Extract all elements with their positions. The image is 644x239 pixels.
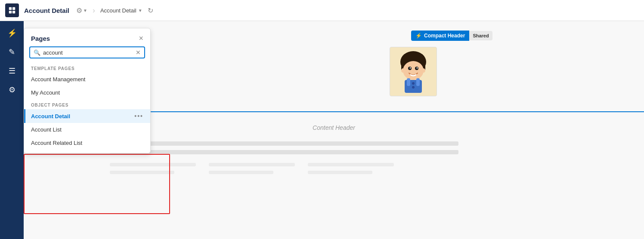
content-header-text: Content Header bbox=[313, 124, 355, 131]
topbar-refresh-button[interactable]: ↻ bbox=[148, 6, 153, 15]
template-pages-section-label: TEMPLATE PAGES bbox=[24, 63, 150, 73]
skeleton-block-4 bbox=[110, 171, 174, 174]
sidebar-lightning-button[interactable]: ⚡ bbox=[3, 25, 21, 42]
pages-item-my-account-label: My Account bbox=[31, 89, 60, 96]
skeleton-block-6 bbox=[308, 171, 372, 174]
pages-item-account-related-list-label: Account Related List bbox=[31, 140, 82, 146]
svg-rect-3 bbox=[12, 11, 15, 13]
svg-rect-0 bbox=[9, 7, 12, 10]
search-icon: 🔍 bbox=[34, 49, 40, 56]
pages-search-wrap: 🔍 ✕ bbox=[24, 46, 150, 63]
avatar-area bbox=[390, 47, 437, 96]
pages-item-account-management[interactable]: Account Management bbox=[24, 73, 150, 86]
compact-header-shared-button[interactable]: Shared bbox=[469, 31, 492, 40]
lightning-badge-icon: ⚡ bbox=[415, 33, 422, 39]
avatar-cartoon bbox=[390, 47, 437, 96]
topbar-title: Account Detail bbox=[24, 7, 69, 14]
breadcrumb-label: Account Detail bbox=[100, 7, 136, 14]
svg-point-14 bbox=[422, 68, 425, 73]
svg-point-19 bbox=[412, 86, 415, 89]
svg-rect-16 bbox=[407, 78, 410, 86]
object-pages-section-label: OBJECT PAGES bbox=[24, 99, 150, 109]
svg-point-12 bbox=[417, 67, 418, 68]
topbar: Account Detail ⚙ ▼ › Account Detail ▼ ↻ bbox=[0, 0, 644, 21]
breadcrumb-caret-icon: ▼ bbox=[138, 8, 142, 13]
skeleton-line-2 bbox=[110, 150, 458, 154]
refresh-icon: ↻ bbox=[148, 7, 153, 14]
skeleton-block-1 bbox=[110, 163, 196, 166]
topbar-gear-button[interactable]: ⚙ ▼ bbox=[76, 6, 87, 15]
svg-point-18 bbox=[412, 82, 415, 85]
pages-item-account-related-list[interactable]: Account Related List bbox=[24, 136, 150, 150]
topbar-breadcrumb[interactable]: Account Detail ▼ bbox=[100, 7, 142, 14]
sidebar-menu-button[interactable]: ☰ bbox=[3, 62, 21, 80]
svg-rect-2 bbox=[9, 11, 12, 13]
skeleton-block-5 bbox=[209, 171, 273, 174]
pages-item-more-icon[interactable]: ••• bbox=[134, 113, 143, 120]
compact-header-badge: ⚡ Compact Header Shared bbox=[411, 31, 492, 41]
pages-item-account-list-label: Account List bbox=[31, 126, 62, 133]
pages-search-clear-button[interactable]: ✕ bbox=[136, 49, 141, 56]
svg-rect-1 bbox=[12, 7, 15, 10]
svg-point-11 bbox=[410, 67, 411, 68]
pages-search-input-wrap: 🔍 ✕ bbox=[29, 46, 145, 58]
sidebar-settings-button[interactable]: ⚙ bbox=[3, 81, 21, 98]
skeleton-line-1 bbox=[110, 141, 458, 146]
pages-item-account-list[interactable]: Account List bbox=[24, 123, 150, 136]
compact-header-button[interactable]: ⚡ Compact Header bbox=[411, 31, 469, 41]
pages-item-account-detail[interactable]: Account Detail ••• bbox=[24, 109, 150, 123]
caret-icon: ▼ bbox=[83, 8, 87, 13]
sidebar: ⚡ ✎ ☰ ⚙ bbox=[0, 21, 24, 239]
pages-item-my-account[interactable]: My Account bbox=[24, 86, 150, 99]
compact-header-label: Compact Header bbox=[424, 33, 465, 39]
pages-panel-title: Pages bbox=[31, 35, 50, 42]
pen-icon: ✎ bbox=[9, 47, 15, 57]
menu-icon: ☰ bbox=[9, 66, 15, 76]
sidebar-pen-button[interactable]: ✎ bbox=[3, 43, 21, 61]
pages-item-account-management-label: Account Management bbox=[31, 76, 85, 83]
pages-search-input[interactable] bbox=[43, 49, 133, 56]
svg-point-8 bbox=[403, 61, 424, 80]
pages-panel: Pages × 🔍 ✕ TEMPLATE PAGES Account Manag… bbox=[24, 28, 151, 153]
svg-rect-17 bbox=[416, 78, 420, 86]
gear-icon: ⚙ bbox=[76, 6, 82, 15]
skeleton-block-2 bbox=[209, 163, 295, 166]
pages-item-account-detail-label: Account Detail bbox=[31, 113, 70, 120]
app-grid-icon[interactable] bbox=[5, 3, 19, 17]
settings-icon: ⚙ bbox=[9, 85, 15, 95]
skeleton-block-3 bbox=[308, 163, 394, 166]
topbar-separator: › bbox=[93, 6, 95, 15]
pages-panel-header: Pages × bbox=[24, 28, 150, 46]
pages-panel-close-button[interactable]: × bbox=[139, 34, 143, 42]
svg-point-13 bbox=[401, 68, 405, 73]
lightning-icon: ⚡ bbox=[7, 28, 17, 38]
